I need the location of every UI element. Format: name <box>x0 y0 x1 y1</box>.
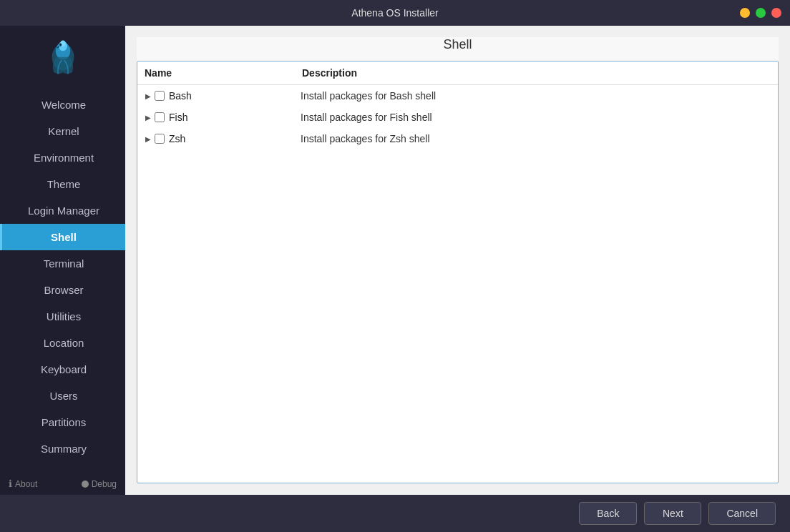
about-link[interactable]: ℹ About <box>9 478 37 489</box>
sidebar-item-partitions[interactable]: Partitions <box>0 409 125 435</box>
row-label-fish: Fish <box>169 112 187 123</box>
sidebar-footer: ℹ About Debug <box>0 473 125 495</box>
sidebar-nav: WelcomeKernelEnvironmentThemeLogin Manag… <box>0 92 125 473</box>
logo-area <box>0 26 125 92</box>
sidebar-item-login-manager[interactable]: Login Manager <box>0 197 125 224</box>
sidebar-item-kernel[interactable]: Kernel <box>0 118 125 144</box>
close-button[interactable] <box>771 8 781 18</box>
panel-title: Shell <box>137 37 779 52</box>
sidebar-item-environment[interactable]: Environment <box>0 144 125 171</box>
shell-panel: Shell Name Description ▶BashInstall pack… <box>137 37 779 483</box>
back-button[interactable]: Back <box>579 502 637 525</box>
minimize-button[interactable] <box>740 8 750 18</box>
expand-icon-fish[interactable]: ▶ <box>143 112 153 122</box>
sidebar-item-utilities[interactable]: Utilities <box>0 303 125 330</box>
table-body: ▶BashInstall packages for Bash shell▶Fis… <box>137 85 778 150</box>
table-header: Name Description <box>137 61 778 85</box>
sidebar-item-shell[interactable]: Shell <box>0 224 125 250</box>
shell-table: Name Description ▶BashInstall packages f… <box>137 61 778 149</box>
desc-cell-zsh: Install packages for Zsh shell <box>295 128 778 149</box>
desc-cell-fish: Install packages for Fish shell <box>295 107 778 128</box>
cancel-button[interactable]: Cancel <box>708 502 776 525</box>
sidebar-item-terminal[interactable]: Terminal <box>0 250 125 277</box>
app-logo <box>42 39 84 82</box>
expand-icon-bash[interactable]: ▶ <box>143 91 153 101</box>
col-name: Name <box>137 61 295 85</box>
sidebar-item-users[interactable]: Users <box>0 383 125 409</box>
svg-point-4 <box>59 43 61 46</box>
table-row: ▶FishInstall packages for Fish shell <box>137 107 778 128</box>
debug-link[interactable]: Debug <box>82 479 117 489</box>
titlebar: Athena OS Installer <box>0 0 790 26</box>
table-row: ▶BashInstall packages for Bash shell <box>137 85 778 107</box>
sidebar-item-summary[interactable]: Summary <box>0 435 125 462</box>
content-area: Shell Name Description ▶BashInstall pack… <box>125 26 790 495</box>
maximize-button[interactable] <box>756 8 766 18</box>
sidebar-item-theme[interactable]: Theme <box>0 171 125 197</box>
col-description: Description <box>295 61 778 85</box>
checkbox-zsh[interactable] <box>155 134 165 144</box>
window-controls <box>740 8 781 18</box>
next-button[interactable]: Next <box>644 502 701 525</box>
tree-table-wrapper: Name Description ▶BashInstall packages f… <box>137 61 779 483</box>
row-label-bash: Bash <box>169 90 192 102</box>
checkbox-fish[interactable] <box>155 112 165 122</box>
main-area: WelcomeKernelEnvironmentThemeLogin Manag… <box>0 26 790 495</box>
bottom-bar: Back Next Cancel <box>0 495 790 532</box>
row-label-zsh: Zsh <box>169 133 185 144</box>
name-cell-zsh: ▶Zsh <box>137 128 295 149</box>
sidebar-item-welcome[interactable]: Welcome <box>0 92 125 118</box>
table-row: ▶ZshInstall packages for Zsh shell <box>137 128 778 149</box>
checkbox-bash[interactable] <box>155 91 165 101</box>
titlebar-title: Athena OS Installer <box>351 7 438 19</box>
name-cell-fish: ▶Fish <box>137 107 295 128</box>
tree-table[interactable]: Name Description ▶BashInstall packages f… <box>137 61 779 483</box>
sidebar-item-browser[interactable]: Browser <box>0 277 125 303</box>
sidebar-item-location[interactable]: Location <box>0 330 125 356</box>
expand-icon-zsh[interactable]: ▶ <box>143 134 153 144</box>
desc-cell-bash: Install packages for Bash shell <box>295 85 778 107</box>
sidebar-item-keyboard[interactable]: Keyboard <box>0 356 125 383</box>
sidebar: WelcomeKernelEnvironmentThemeLogin Manag… <box>0 26 125 495</box>
name-cell-bash: ▶Bash <box>137 85 295 107</box>
